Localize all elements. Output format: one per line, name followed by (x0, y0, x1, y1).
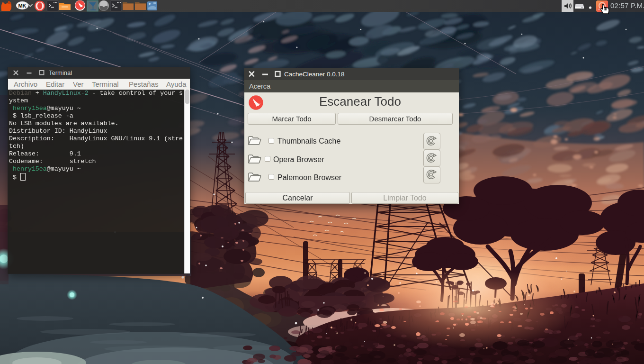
svg-text:MK: MK (18, 3, 26, 9)
